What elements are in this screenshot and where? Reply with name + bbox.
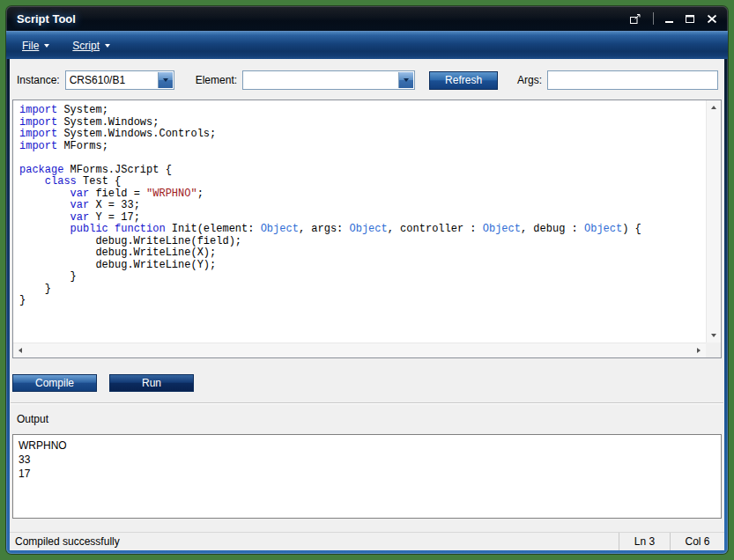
- script-tool-window: Script Tool File Script: [6, 6, 728, 554]
- scroll-up-icon[interactable]: [711, 106, 716, 109]
- menu-file-label: File: [22, 40, 39, 52]
- menu-file[interactable]: File: [15, 36, 56, 55]
- client-area: Instance: CRS610/B1 Element: Refresh Arg…: [10, 59, 724, 550]
- chevron-down-icon: [105, 44, 110, 48]
- horizontal-scrollbar[interactable]: [13, 343, 706, 357]
- output-content: WRPHNO3317: [19, 438, 715, 481]
- status-line-indicator: Ln 3: [619, 533, 670, 550]
- element-label: Element:: [196, 74, 237, 86]
- statusbar-right: Ln 3 Col 6: [619, 533, 724, 550]
- output-box[interactable]: WRPHNO3317: [12, 434, 722, 519]
- output-label: Output: [17, 413, 724, 425]
- status-message: Compiled successfully: [10, 535, 120, 548]
- refresh-button[interactable]: Refresh: [429, 71, 498, 90]
- scrollbar-corner: [706, 343, 721, 357]
- window-title: Script Tool: [17, 12, 76, 26]
- scroll-left-icon[interactable]: [19, 348, 22, 353]
- close-icon[interactable]: [707, 14, 717, 24]
- window-controls: [629, 12, 717, 25]
- chevron-down-icon: [44, 44, 49, 48]
- chevron-down-icon[interactable]: [158, 72, 173, 88]
- menubar: File Script: [6, 31, 728, 59]
- instance-combobox[interactable]: CRS610/B1: [65, 70, 174, 90]
- scroll-right-icon[interactable]: [697, 348, 701, 353]
- code-editor[interactable]: import System;import System.Windows;impo…: [12, 99, 722, 358]
- element-combobox[interactable]: [242, 70, 415, 90]
- action-buttons: Compile Run: [12, 374, 724, 392]
- section-divider: [11, 402, 723, 404]
- statusbar: Compiled successfully Ln 3 Col 6: [10, 532, 724, 550]
- titlebar-separator: [653, 12, 654, 25]
- run-button[interactable]: Run: [109, 374, 194, 392]
- vertical-scrollbar[interactable]: [706, 100, 721, 343]
- instance-label: Instance:: [17, 74, 60, 86]
- toolbar: Instance: CRS610/B1 Element: Refresh Arg…: [17, 70, 720, 91]
- popout-icon[interactable]: [629, 13, 641, 25]
- chevron-down-icon[interactable]: [398, 72, 413, 88]
- menu-script-label: Script: [72, 40, 100, 52]
- args-label: Args:: [517, 74, 542, 86]
- titlebar[interactable]: Script Tool: [6, 6, 728, 31]
- maximize-icon[interactable]: [686, 14, 695, 24]
- instance-value: CRS610/B1: [70, 74, 156, 86]
- compile-button[interactable]: Compile: [12, 374, 97, 392]
- scroll-down-icon[interactable]: [711, 334, 716, 337]
- args-input[interactable]: [547, 70, 718, 90]
- status-column-indicator: Col 6: [670, 533, 724, 550]
- menu-script[interactable]: Script: [65, 36, 117, 55]
- code-content[interactable]: import System;import System.Windows;impo…: [13, 100, 706, 343]
- minimize-icon[interactable]: [665, 14, 674, 24]
